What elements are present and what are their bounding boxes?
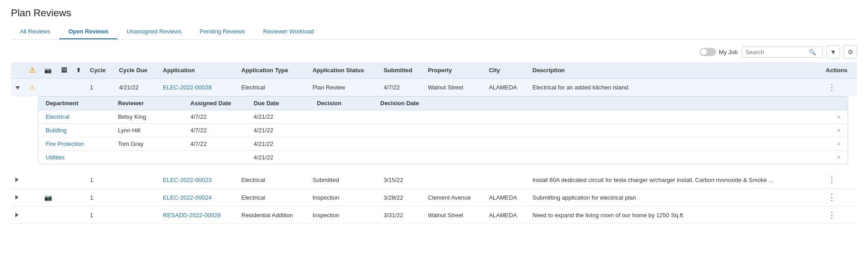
table-wrap: ⚠ 📷 🖼 ⬆ Cycle Cycle Due Application Appl… (11, 62, 857, 224)
expanded-row: Department Reviewer Assigned Date Due Da… (11, 96, 857, 172)
expand-icon (15, 195, 19, 200)
table-row: ⚠ 1 4/21/22 ELEC-2022-00028 Electrical P… (11, 79, 857, 96)
sub-reviewer: Lynn Hill (111, 124, 183, 137)
property-cell (423, 171, 484, 189)
submitted-cell: 3/31/22 (379, 206, 423, 224)
settings-icon: ⚙ (848, 48, 854, 56)
sub-due-date: 4/21/22 (246, 124, 310, 137)
sub-row-arrow[interactable]: > (830, 151, 848, 164)
application-cell: ELEC-2022-00028 (158, 79, 236, 96)
property-cell: Walnut Street (423, 79, 484, 96)
col-description: Description (528, 62, 821, 79)
monitor-cell (57, 79, 71, 96)
warning-cell: ⚠ (24, 79, 40, 96)
app-status-cell: Inspection (308, 189, 379, 206)
expand-cell[interactable] (11, 171, 24, 189)
search-input[interactable] (745, 49, 809, 56)
cycle-cell: 1 (85, 79, 114, 96)
actions-cell[interactable]: ⋮ (821, 171, 857, 189)
sub-department: Utilities (38, 151, 111, 164)
actions-button[interactable]: ⋮ (826, 193, 838, 202)
sub-row-arrow[interactable]: > (830, 110, 848, 124)
expand-icon (15, 177, 19, 182)
tab-unassigned-reviews[interactable]: Unassigned Reviews (118, 24, 190, 39)
expand-cell[interactable] (11, 79, 24, 96)
warning-cell (24, 206, 40, 224)
tabs-container: All Reviews Open Reviews Unassigned Revi… (11, 24, 857, 40)
sub-row-arrow[interactable]: > (830, 137, 848, 151)
sub-reviewer: Betsy King (111, 110, 183, 124)
sub-row-arrow[interactable]: > (830, 124, 848, 137)
col-app-status: Application Status (308, 62, 379, 79)
actions-cell[interactable]: ⋮ (821, 206, 857, 224)
sub-decision (310, 137, 373, 151)
sub-decision (310, 110, 373, 124)
camera-icon: 📷 (44, 194, 52, 201)
page-container: Plan Reviews All Reviews Open Reviews Un… (0, 0, 868, 231)
actions-button[interactable]: ⋮ (826, 83, 838, 92)
settings-button[interactable]: ⚙ (844, 45, 857, 59)
expand-cell[interactable] (11, 206, 24, 224)
monitor-cell (57, 171, 71, 189)
upload-cell (71, 79, 85, 96)
monitor-cell (57, 206, 71, 224)
actions-cell[interactable]: ⋮ (821, 189, 857, 206)
cycle-cell: 1 (85, 171, 114, 189)
property-cell: Clement Avenue (423, 189, 484, 206)
sub-department: Building (38, 124, 111, 137)
camera-cell: 📷 (40, 189, 57, 206)
page-title: Plan Reviews (11, 7, 857, 19)
tab-open-reviews[interactable]: Open Reviews (59, 24, 118, 39)
tab-pending-reviews[interactable]: Pending Reviews (190, 24, 254, 39)
col-actions: Actions (821, 62, 857, 79)
collapse-icon (15, 86, 20, 89)
cycle-due-cell (114, 171, 158, 189)
city-cell: ALAMEDA (484, 189, 528, 206)
col-monitor: 🖼 (57, 62, 71, 79)
app-type-cell: Residential Addition (237, 206, 308, 224)
camera-cell (40, 171, 57, 189)
col-submitted: Submitted (379, 62, 423, 79)
table-row: 1 RESADD-2022-00028 Residential Addition… (11, 206, 857, 224)
filter-button[interactable]: ▼ (826, 45, 840, 59)
col-camera: 📷 (40, 62, 57, 79)
my-job-toggle-wrap: My Job (700, 48, 738, 56)
col-application: Application (158, 62, 236, 79)
actions-cell[interactable]: ⋮ (821, 79, 857, 96)
search-icon: 🔍 (809, 49, 816, 56)
col-app-type: Application Type (237, 62, 308, 79)
application-cell: ELEC-2022-00023 (158, 171, 236, 189)
actions-button[interactable]: ⋮ (826, 210, 838, 219)
sub-decision-date (373, 151, 830, 164)
tab-reviewer-workload[interactable]: Reviewer Workload (254, 24, 323, 39)
app-type-cell: Electrical (237, 171, 308, 189)
tab-all-reviews[interactable]: All Reviews (11, 24, 59, 39)
search-box: 🔍 (741, 47, 823, 58)
city-cell: ALAMEDA (484, 79, 528, 96)
col-city: City (484, 62, 528, 79)
sub-assigned-date: 4/7/22 (183, 137, 246, 151)
sub-assigned-date: 4/7/22 (183, 124, 246, 137)
table-row: 📷 1 ELEC-2022-00024 Electrical Inspectio… (11, 189, 857, 206)
sub-assigned-date: 4/7/22 (183, 110, 246, 124)
app-status-cell: Plan Review (308, 79, 379, 96)
monitor-col-icon: 🖼 (61, 67, 67, 74)
table-row: 1 ELEC-2022-00023 Electrical Submitted 3… (11, 171, 857, 189)
description-cell: Install 60A dedicated circuit for tesla … (528, 171, 821, 189)
sub-due-date: 4/21/22 (246, 137, 310, 151)
my-job-toggle[interactable] (700, 48, 716, 56)
table-body: ⚠ 1 4/21/22 ELEC-2022-00028 Electrical P… (11, 79, 857, 224)
monitor-cell (57, 189, 71, 206)
col-expand (11, 62, 24, 79)
toolbar: My Job 🔍 ▼ ⚙ (11, 45, 857, 59)
sub-department: Electrical (38, 110, 111, 124)
warning-icon: ⚠ (29, 84, 35, 91)
table-header-row: ⚠ 📷 🖼 ⬆ Cycle Cycle Due Application Appl… (11, 62, 857, 79)
camera-col-icon: 📷 (44, 67, 52, 74)
sub-due-date: 4/21/22 (246, 110, 310, 124)
description-cell: Electrical for an added kitchen island. (528, 79, 821, 96)
cycle-due-cell (114, 189, 158, 206)
actions-button[interactable]: ⋮ (826, 175, 838, 184)
toggle-knob (701, 49, 707, 55)
expand-cell[interactable] (11, 189, 24, 206)
